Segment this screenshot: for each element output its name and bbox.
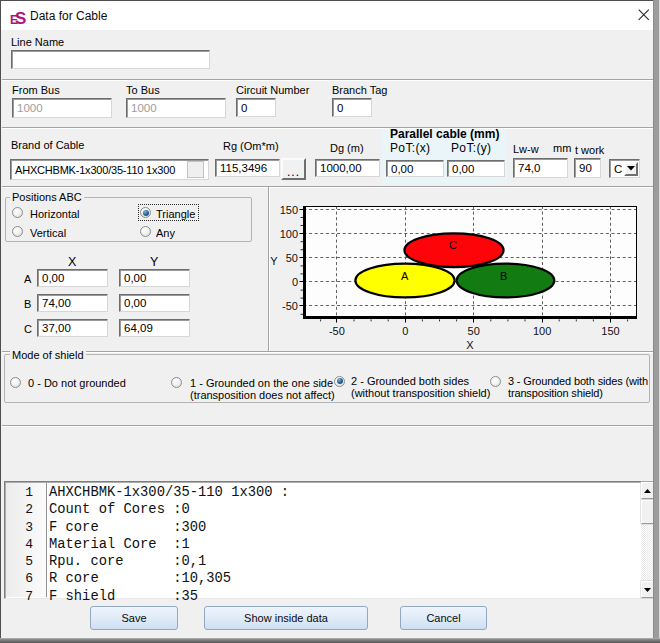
- svg-text:0: 0: [292, 276, 298, 288]
- svg-text:150: 150: [280, 204, 298, 216]
- svg-text:B: B: [500, 270, 507, 282]
- svg-text:C: C: [449, 239, 457, 251]
- svg-text:100: 100: [533, 325, 551, 337]
- svg-text:50: 50: [286, 252, 298, 264]
- svg-text:150: 150: [601, 325, 619, 337]
- svg-text:-50: -50: [329, 325, 345, 337]
- svg-text:X: X: [466, 339, 474, 351]
- svg-text:0: 0: [402, 325, 408, 337]
- svg-text:50: 50: [468, 325, 480, 337]
- svg-text:Y: Y: [270, 255, 278, 267]
- svg-text:-50: -50: [282, 300, 298, 312]
- svg-text:A: A: [401, 270, 409, 282]
- svg-text:100: 100: [280, 228, 298, 240]
